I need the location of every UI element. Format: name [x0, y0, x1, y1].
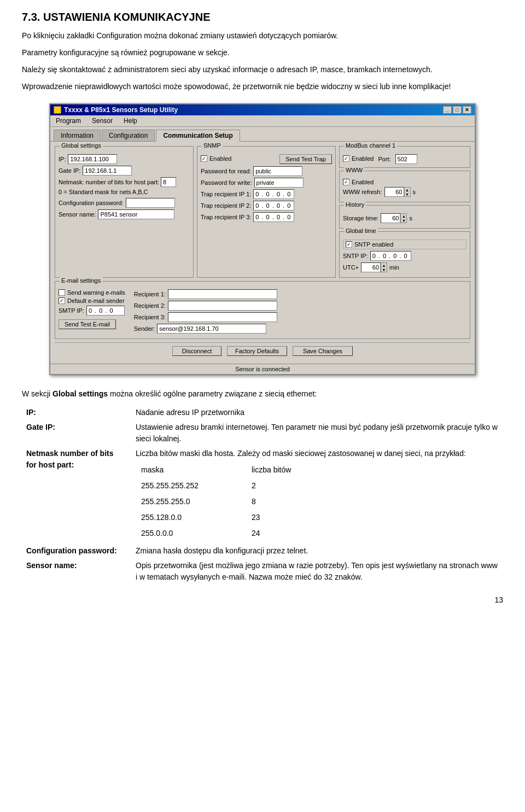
www-enabled-checkbox[interactable]: [343, 179, 349, 185]
send-warning-row: Send warning e-mails: [59, 289, 125, 296]
minimize-button[interactable]: _: [443, 106, 452, 114]
gate-ip-input[interactable]: [83, 166, 132, 176]
recipient1-label: Recipient 1:: [134, 291, 166, 297]
disconnect-button[interactable]: Disconnect: [172, 346, 221, 356]
ip-def: Nadanie adresu IP przetwornika: [131, 405, 503, 420]
sender-input[interactable]: [157, 324, 266, 334]
sensor-name-row: Sensor name:: [59, 209, 190, 219]
netmask-input[interactable]: [161, 177, 176, 187]
content-intro: W sekcji Global settings można określić …: [22, 388, 503, 400]
tab-communication-setup[interactable]: Communication Setup: [156, 130, 240, 142]
pw-write-input[interactable]: [254, 178, 304, 188]
snmp-enabled-label: Enabled: [209, 155, 231, 162]
email-group-row: E-mail settings Send warning e-mails Def…: [55, 281, 470, 339]
ip-row: IP:: [59, 154, 190, 164]
trap2-input[interactable]: [253, 201, 294, 211]
titlebar-buttons: _ □ ✕: [443, 106, 471, 114]
table-row: Configuration password: Zmiana hasła dos…: [22, 544, 503, 558]
netmask-term: Netmask number of bitsfor host part:: [22, 446, 131, 544]
recipient2-input[interactable]: [168, 301, 277, 311]
table-row: Gate IP: Ustawienie adresu bramki intern…: [22, 420, 503, 446]
modbus-enabled-label: Enabled: [352, 155, 374, 162]
dialog-title-text: Txxxx & P85x1 Sensors Setup Utility: [64, 106, 178, 114]
recipient3-input[interactable]: [168, 312, 277, 322]
storage-time-up[interactable]: ▲: [401, 214, 406, 218]
send-test-email-button[interactable]: Send Test E-mail: [59, 319, 116, 329]
menu-sensor[interactable]: Sensor: [90, 116, 115, 125]
trap3-label: Trap recipient IP 3:: [201, 214, 251, 220]
mask-4: 255.0.0.0: [137, 526, 246, 541]
trap3-input[interactable]: [253, 212, 294, 222]
sensor-name-input[interactable]: [98, 209, 174, 219]
page-number: 13: [22, 595, 503, 604]
dialog-body: Global settings IP: Gate IP: Netmask: nu…: [50, 141, 475, 364]
col1-header: maska: [137, 463, 246, 477]
config-pw-input[interactable]: [126, 198, 175, 208]
gate-ip-label: Gate IP:: [59, 167, 80, 174]
bits-4: 24: [247, 526, 295, 541]
send-test-trap-button[interactable]: Send Test Trap: [279, 154, 332, 164]
sensor-name-def: Opis przetwornika (jest możliwa jego zmi…: [131, 558, 503, 585]
storage-time-input[interactable]: [381, 213, 400, 223]
snmp-enabled-row: Enabled: [201, 155, 231, 162]
default-sender-checkbox[interactable]: [59, 297, 65, 304]
email-settings-label: E-mail settings: [60, 277, 102, 284]
ip-input[interactable]: [68, 154, 117, 164]
storage-time-down[interactable]: ▼: [401, 218, 406, 223]
global-time-label: Global time: [344, 227, 378, 234]
config-pw-row: Configuration password:: [59, 198, 190, 208]
close-button[interactable]: ✕: [463, 106, 471, 114]
history-group: History Storage time: ▲ ▼ s: [339, 205, 470, 229]
setup-dialog: Txxxx & P85x1 Sensors Setup Utility _ □ …: [49, 103, 476, 375]
www-enabled-label: Enabled: [352, 179, 374, 185]
email-settings-group: E-mail settings Send warning e-mails Def…: [55, 281, 470, 339]
bottom-buttons: Disconnect Factory Defaults Save Changes: [55, 342, 470, 359]
modbus-enabled-checkbox[interactable]: [343, 155, 349, 162]
pw-read-input[interactable]: [253, 166, 302, 176]
tab-information[interactable]: Information: [54, 130, 101, 142]
www-refresh-up[interactable]: ▲: [405, 188, 410, 192]
send-warning-checkbox[interactable]: [59, 289, 65, 296]
table-row: 255.0.0.0 24: [137, 526, 295, 541]
www-refresh-unit: s: [413, 189, 416, 195]
trap1-label: Trap recipient IP 1:: [201, 191, 251, 197]
utc-down[interactable]: ▼: [381, 267, 387, 272]
menu-program[interactable]: Program: [54, 116, 83, 125]
sntp-ip-label: SNTP IP:: [343, 253, 368, 259]
config-pw-def: Zmiana hasła dostępu dla konfiguracji pr…: [131, 544, 503, 558]
modbus-port-input[interactable]: [395, 154, 417, 164]
para2: Parametry konfiguracyjne są również pogr…: [22, 47, 503, 59]
mask-3: 255.128.0.0: [137, 510, 246, 525]
www-refresh-down[interactable]: ▼: [405, 192, 410, 196]
global-time-group: Global time SNTP enabled SNTP IP: UTC+: [339, 231, 470, 278]
send-warning-label: Send warning e-mails: [67, 289, 125, 296]
tab-configuration[interactable]: Configuration: [102, 130, 155, 142]
col2-header: liczba bitów: [247, 463, 295, 477]
www-refresh-input[interactable]: [384, 187, 404, 197]
modbus-enabled-row: Enabled: [343, 155, 374, 162]
maximize-button[interactable]: □: [453, 106, 462, 114]
www-group: WWW Enabled WWW refresh: ▲ ▼: [339, 171, 470, 202]
smtp-ip-input[interactable]: [86, 306, 125, 316]
global-settings-label: Global settings: [60, 142, 103, 149]
menu-help[interactable]: Help: [121, 116, 139, 125]
snmp-enabled-checkbox[interactable]: [201, 155, 207, 162]
pw-write-row: Password for write:: [201, 178, 332, 188]
content-intro-text: W sekcji: [22, 389, 52, 398]
config-pw-term: Configuration password:: [22, 544, 131, 558]
bits-1: 2: [247, 478, 295, 493]
trap1-input[interactable]: [253, 189, 294, 199]
pw-read-label: Password for read:: [201, 168, 251, 174]
factory-defaults-button[interactable]: Factory Defaults: [227, 346, 287, 356]
page-heading: 7.3. USTAWIENIA KOMUNIKACYJNE: [22, 11, 503, 24]
sntp-enabled-checkbox[interactable]: [346, 241, 352, 248]
content-intro-rest: można określić ogólne parametry związane…: [108, 389, 317, 398]
utc-input[interactable]: [361, 262, 381, 272]
utc-up[interactable]: ▲: [381, 263, 387, 267]
recipient1-input[interactable]: [168, 289, 277, 299]
save-changes-button[interactable]: Save Changes: [293, 346, 353, 356]
modbus-label: ModBus channel 1: [344, 142, 397, 149]
www-label: WWW: [344, 167, 364, 173]
sntp-ip-input[interactable]: [370, 251, 411, 261]
netmask-label: Netmask: number of bits for host part:: [59, 179, 159, 185]
